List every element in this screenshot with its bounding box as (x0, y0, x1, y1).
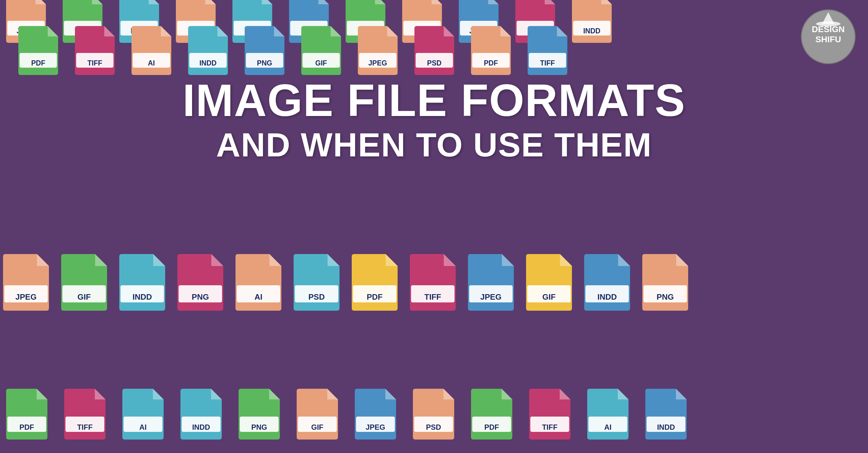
svg-text:GIF: GIF (78, 292, 91, 302)
file-icon: TIFF (64, 389, 105, 441)
svg-text:AI: AI (140, 423, 147, 431)
svg-text:JPEG: JPEG (15, 292, 36, 302)
file-icon: PDF (471, 26, 511, 76)
logo-area: DESIGN SHIFU (801, 9, 856, 64)
file-icon: PDF (352, 254, 398, 312)
file-icon: AI (131, 26, 171, 76)
svg-text:INDD: INDD (192, 423, 210, 431)
svg-text:INDD: INDD (597, 292, 617, 302)
svg-text:GIF: GIF (311, 423, 323, 431)
svg-text:PDF: PDF (485, 423, 499, 431)
svg-text:INDD: INDD (583, 27, 600, 35)
file-icon: PDF (18, 26, 58, 76)
svg-text:TIFF: TIFF (542, 423, 558, 431)
file-icon: PDF (6, 389, 48, 441)
svg-text:PSD: PSD (308, 292, 324, 302)
svg-text:PDF: PDF (20, 423, 34, 431)
svg-text:TIFF: TIFF (88, 59, 102, 67)
file-icon: PSD (414, 26, 454, 76)
svg-text:PNG: PNG (192, 292, 209, 302)
svg-text:PDF: PDF (31, 59, 45, 67)
file-icon: TIFF (75, 26, 115, 76)
file-icon: PNG (245, 26, 284, 76)
svg-text:TIFF: TIFF (540, 59, 555, 67)
file-icon: TIFF (410, 254, 456, 312)
svg-text:PDF: PDF (367, 292, 383, 302)
file-icon: PSD (293, 254, 340, 312)
file-icon: AI (587, 389, 628, 441)
svg-text:AI: AI (254, 292, 262, 302)
file-icon: INDD (188, 26, 228, 76)
svg-text:INDD: INDD (132, 292, 152, 302)
svg-text:PNG: PNG (251, 423, 267, 431)
file-icon: GIF (297, 389, 338, 441)
file-icon: JPEG (358, 26, 398, 76)
svg-text:PNG: PNG (657, 292, 674, 302)
svg-text:INDD: INDD (199, 59, 217, 67)
svg-text:PDF: PDF (484, 59, 498, 67)
file-icon: JPEG (355, 389, 396, 441)
svg-text:PSD: PSD (427, 59, 441, 67)
svg-text:AI: AI (148, 59, 155, 67)
file-icon: TIFF (529, 389, 570, 441)
file-icon: AI (236, 254, 281, 312)
file-icon: JPEG (468, 254, 514, 312)
svg-text:GIF: GIF (315, 59, 327, 67)
main-content: IMAGE FILE FORMATS AND WHEN TO USE THEM (0, 77, 868, 163)
file-icon: INDD (584, 254, 630, 312)
file-icon: TIFF (528, 26, 567, 76)
svg-text:SHIFU: SHIFU (815, 35, 841, 44)
file-icon: PSD (413, 389, 454, 441)
svg-text:JPEG: JPEG (368, 59, 387, 67)
file-icon: INDD (181, 389, 222, 441)
title-line2: AND WHEN TO USE THEM (0, 127, 868, 163)
svg-text:PNG: PNG (257, 59, 272, 67)
file-icon: INDD (119, 254, 165, 312)
svg-text:TIFF: TIFF (425, 292, 441, 302)
file-icon: INDD (645, 389, 687, 441)
svg-text:PSD: PSD (426, 423, 441, 431)
svg-text:JPEG: JPEG (480, 292, 501, 302)
file-icon: GIF (301, 26, 341, 76)
file-icon: PNG (642, 254, 688, 312)
svg-text:GIF: GIF (542, 292, 555, 302)
svg-text:JPEG: JPEG (366, 423, 385, 431)
file-icon: PNG (239, 389, 280, 441)
file-icon: INDD (572, 0, 612, 44)
file-icon: GIF (526, 254, 572, 312)
file-icon: PDF (471, 389, 512, 441)
title-line1: IMAGE FILE FORMATS (0, 77, 868, 124)
file-icon: AI (122, 389, 164, 441)
file-icon: GIF (61, 254, 107, 312)
svg-text:TIFF: TIFF (77, 423, 93, 431)
file-icon: PNG (177, 254, 223, 312)
file-icon: JPEG (3, 254, 49, 312)
svg-text:AI: AI (604, 423, 612, 431)
svg-text:INDD: INDD (657, 423, 675, 431)
